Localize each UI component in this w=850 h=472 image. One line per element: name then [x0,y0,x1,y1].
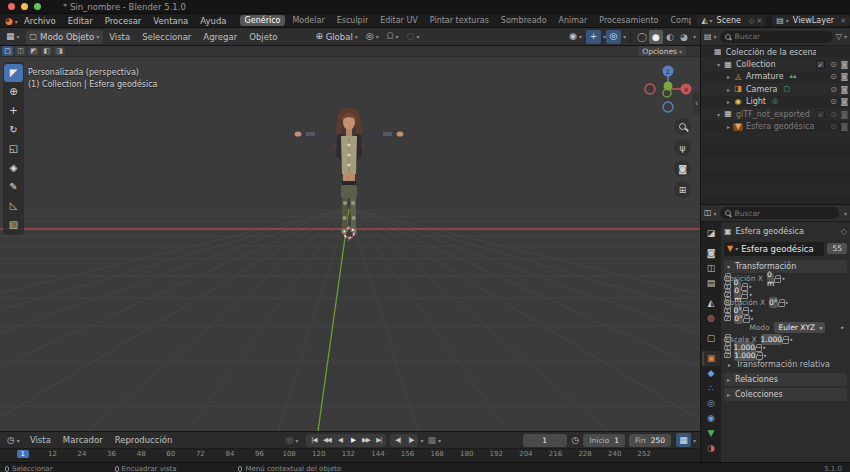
tool-scale[interactable]: ◱ [4,140,23,158]
timeline-tick[interactable]: 120 [304,449,334,458]
timeline-filter-button[interactable]: ▦▾ [423,433,445,447]
timeline-tick[interactable]: 156 [393,449,423,458]
timeline-tick[interactable]: 228 [570,449,600,458]
properties-tab-modifiers[interactable]: ◆ [702,366,720,381]
camera-restrict-icon[interactable]: ◙ [839,72,850,81]
timeline-view-button[interactable]: ▦ [676,433,691,447]
expand-arrow-icon[interactable]: ▸ [724,98,733,105]
workspace-tab-Editar UV[interactable]: Editar UV [375,15,423,26]
snap-toggle[interactable]: Ω▾ [383,30,403,44]
playback-prev-key[interactable]: ◀◀ [320,434,333,446]
tool-rotate[interactable]: ↻ [4,121,23,139]
menubar-menu[interactable]: Procesar [99,16,148,26]
animate-dot-icon[interactable]: ∙ [781,275,785,283]
camera-restrict-icon[interactable]: ◙ [839,85,850,94]
checkbox-icon[interactable]: ✓ [816,110,825,119]
animate-dot-icon[interactable]: ∙ [763,352,767,360]
playback-play-back[interactable]: ◀ [333,434,346,446]
properties-tab-constraints[interactable]: ◉ [702,411,720,426]
workspace-tab-Esculpir[interactable]: Esculpir [332,15,374,26]
properties-tab-tool[interactable]: ◪ [702,226,720,241]
properties-editor-icon[interactable]: ◫ [704,209,712,217]
properties-tab-material[interactable]: ◑ [702,441,720,456]
tool-measure[interactable]: ◺ [4,197,23,215]
outliner-row[interactable]: ▸ ▼ Esfera geodésica ✓ ⊙ ◙ [701,120,850,132]
gizmo-z-neg-axis[interactable] [663,102,673,112]
properties-tab-physics[interactable]: ◎ [702,396,720,411]
eye-icon[interactable]: ⊙ [828,97,839,106]
outliner-item-label[interactable]: Camera [746,85,777,94]
workspace-tab-Modelar[interactable]: Modelar [287,15,329,26]
value-field[interactable]: Euler XYZ▾ [774,322,826,333]
playback-next-key[interactable]: ▶▶ [359,434,372,446]
camera-restrict-icon[interactable]: ◙ [839,60,850,69]
timeline-menu[interactable]: Reproducción [109,435,179,445]
timeline-tick[interactable]: 240 [600,449,630,458]
timeline-tick[interactable]: 180 [452,449,482,458]
outliner-item-label[interactable]: Colección de la escena [726,48,817,57]
properties-tab-object-data[interactable]: ▼ [702,426,720,441]
outliner-editor-icon[interactable]: ▤ [704,33,712,41]
outliner-row[interactable]: ▸ ◬ Armature ▴▴ ✓ ⊙ ◙ [701,71,850,83]
panel-Colecciones[interactable]: ▸ Colecciones [724,388,847,401]
workspace-tab-Procesamiento[interactable]: Procesamiento [594,15,663,26]
properties-options-icon[interactable]: ▾ [844,210,847,217]
timeline-tick[interactable]: 144 [363,449,393,458]
workspace-tab-Animar[interactable]: Animar [554,15,593,26]
timeline-tick[interactable]: 192 [482,449,512,458]
eye-icon[interactable]: ⊙ [828,60,839,69]
animate-dot-icon[interactable]: ∙ [762,344,766,352]
editor-type-button[interactable]: ▦▾ [2,30,24,44]
select-mode-extend-button[interactable]: ◫ [15,46,26,56]
lock-icon[interactable] [756,352,763,360]
camera-restrict-icon[interactable]: ◙ [839,110,850,119]
playback-next-frame[interactable]: |▶ [404,434,417,446]
timeline-tick[interactable]: 72 [186,449,216,458]
value-field[interactable]: 0°▾ [734,313,743,324]
menubar-menu[interactable]: Editar [62,16,99,26]
outliner-item-label[interactable]: Collection [736,60,776,69]
pan-button[interactable]: ψ [674,139,691,156]
object-visibility-dropdown[interactable]: ◉▾ [565,30,586,44]
properties-tab-particles[interactable]: ∴ [702,381,720,396]
outliner-row[interactable]: ▦ Colección de la escena ✓ ⊙ ◙ [701,46,850,58]
timeline-tick[interactable]: 132 [334,449,364,458]
lock-icon[interactable] [741,283,748,291]
current-frame-field[interactable]: 1 [523,434,567,447]
character-model[interactable] [295,108,404,233]
shading-wireframe-button[interactable]: ◯ [635,30,649,44]
tool-select-box[interactable]: ◤ [4,64,23,82]
zoom-button[interactable] [674,118,691,135]
viewport-menu[interactable]: Agregar [197,32,243,42]
properties-tab-output[interactable]: ◫ [702,261,720,276]
scene-name[interactable]: Scene [717,16,741,25]
lock-icon[interactable] [755,344,762,352]
pin-id-icon[interactable]: ◇ [841,227,847,236]
outliner-row[interactable]: ▾ ▦ glTF_not_exported ✓ ⊙ ◙ [701,108,850,120]
select-mode-intersect-button[interactable]: ◨ [54,46,65,56]
remove-viewlayer-icon[interactable]: ✕ [840,17,846,25]
outliner-search-input[interactable]: Buscar [720,31,833,43]
properties-tab-view-layer[interactable]: ▤ [702,276,720,291]
object-name-field[interactable]: ▼▾ Esfera geodésica [724,242,824,256]
viewlayer-name[interactable]: ViewLayer [793,16,834,25]
lock-icon[interactable] [782,336,789,344]
unlink-scene-icon[interactable]: ✕ [756,17,762,25]
outliner-row[interactable]: ▾ ▦ Collection ✓ ⊙ ◙ [701,58,850,70]
shading-material-button[interactable]: ◐ [663,30,677,44]
shading-solid-button[interactable]: ● [649,30,663,44]
sidebar-toggle[interactable]: ‹ [693,92,700,114]
select-mode-invert-button[interactable]: ◧ [41,46,52,56]
playback-prev-frame[interactable]: ◀| [391,434,404,446]
viewlayer-selector[interactable]: ▤▾ ViewLayer ✕ [772,15,850,26]
lock-icon[interactable] [774,275,781,283]
select-mode-new-button[interactable]: ▢ [2,46,13,56]
timeline-tick[interactable]: 1 [8,449,38,458]
timeline-menu[interactable]: Marcador [57,435,109,445]
show-gizmos-toggle[interactable]: + [586,30,601,44]
menubar-menu[interactable]: Ventana [147,16,194,26]
pin-icon[interactable]: ◇ [749,17,754,25]
outliner-item-label[interactable]: Esfera geodésica [746,122,814,131]
viewport-menu[interactable]: Objeto [243,32,283,42]
expand-arrow-icon[interactable]: ▸ [724,86,733,93]
